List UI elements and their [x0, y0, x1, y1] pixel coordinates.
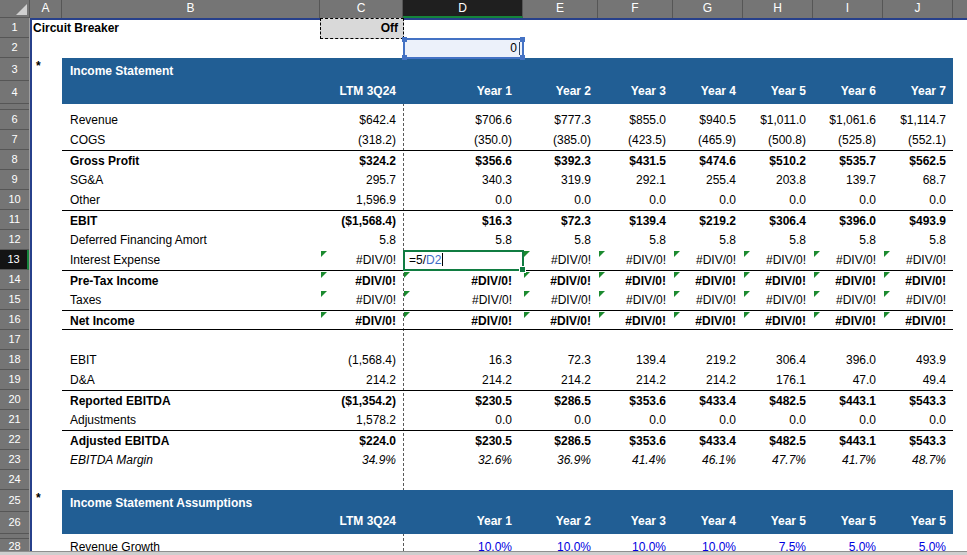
row-header-23[interactable]: 23: [0, 450, 29, 470]
cell-J22[interactable]: $543.3: [883, 431, 953, 451]
cell-G6[interactable]: $940.5: [673, 110, 743, 130]
cell-J8[interactable]: $562.5: [883, 151, 953, 171]
row-header-2[interactable]: 2: [0, 38, 29, 58]
cell-I6[interactable]: $1,061.6: [813, 110, 883, 130]
cell-G23[interactable]: 46.1%: [673, 450, 743, 470]
column-header-B[interactable]: B: [62, 0, 320, 18]
column-header-I[interactable]: I: [813, 0, 883, 18]
cell-C14[interactable]: #DIV/0!: [320, 271, 403, 291]
cell-J19[interactable]: 49.4: [883, 370, 953, 390]
cell-F16[interactable]: #DIV/0!: [598, 311, 673, 331]
row-header-20[interactable]: 20: [0, 390, 29, 410]
cell-J7[interactable]: (552.1): [883, 130, 953, 150]
year-header-3[interactable]: Year 3: [598, 511, 673, 532]
cell-B20[interactable]: Reported EBITDA: [70, 391, 171, 411]
year-header-7[interactable]: Year 7: [883, 81, 953, 102]
cell-H9[interactable]: 203.8: [743, 170, 813, 190]
cell-D22[interactable]: $230.5: [403, 431, 523, 451]
cell-J11[interactable]: $493.9: [883, 211, 953, 231]
cell-J20[interactable]: $543.3: [883, 391, 953, 411]
cell-I15[interactable]: #DIV/0!: [813, 290, 883, 310]
row-header-18[interactable]: 18: [0, 350, 29, 370]
cell-J18[interactable]: 493.9: [883, 350, 953, 370]
cell-I14[interactable]: #DIV/0!: [813, 271, 883, 291]
row-header-1[interactable]: 1: [0, 18, 29, 38]
cell-C15[interactable]: #DIV/0!: [320, 290, 403, 310]
cell-D20[interactable]: $230.5: [403, 391, 523, 411]
period-header-ltm[interactable]: LTM 3Q24: [320, 81, 403, 102]
cell-F13[interactable]: #DIV/0!: [598, 250, 673, 270]
cell-D8[interactable]: $356.6: [403, 151, 523, 171]
cell-H10[interactable]: 0.0: [743, 190, 813, 210]
row-header-7[interactable]: 7: [0, 130, 29, 150]
cell-I23[interactable]: 41.7%: [813, 450, 883, 470]
column-header-F[interactable]: F: [598, 0, 673, 18]
cell-G7[interactable]: (465.9): [673, 130, 743, 150]
cell-F22[interactable]: $353.6: [598, 431, 673, 451]
cell-J12[interactable]: 5.8: [883, 230, 953, 250]
section-income-statement[interactable]: Income Statement LTM 3Q24Year 1Year 2Yea…: [62, 58, 953, 104]
year-header-5[interactable]: Year 5: [743, 81, 813, 102]
cell-F19[interactable]: 214.2: [598, 370, 673, 390]
cell-J23[interactable]: 48.7%: [883, 450, 953, 470]
cell-D16[interactable]: #DIV/0!: [403, 311, 523, 331]
year-header-4[interactable]: Year 4: [673, 511, 743, 532]
cell-G12[interactable]: 5.8: [673, 230, 743, 250]
cell-C7[interactable]: (318.2): [320, 130, 403, 150]
cell-F23[interactable]: 41.4%: [598, 450, 673, 470]
cell-F9[interactable]: 292.1: [598, 170, 673, 190]
cell-E15[interactable]: #DIV/0!: [523, 290, 598, 310]
cell-H15[interactable]: #DIV/0!: [743, 290, 813, 310]
cell-C23[interactable]: 34.9%: [320, 450, 403, 470]
row-header-15[interactable]: 15: [0, 290, 29, 310]
cell-C8[interactable]: $324.2: [320, 151, 403, 171]
cell-I18[interactable]: 396.0: [813, 350, 883, 370]
cell-C22[interactable]: $224.0: [320, 431, 403, 451]
cell-F6[interactable]: $855.0: [598, 110, 673, 130]
cell-H22[interactable]: $482.5: [743, 431, 813, 451]
cell-F7[interactable]: (423.5): [598, 130, 673, 150]
cell-I22[interactable]: $443.1: [813, 431, 883, 451]
cell-B9[interactable]: SG&A: [70, 170, 103, 190]
cell-G10[interactable]: 0.0: [673, 190, 743, 210]
cell-J10[interactable]: 0.0: [883, 190, 953, 210]
cell-I10[interactable]: 0.0: [813, 190, 883, 210]
row-header-10[interactable]: 10: [0, 190, 29, 210]
cell-G14[interactable]: #DIV/0!: [673, 271, 743, 291]
column-header-E[interactable]: E: [523, 0, 598, 18]
cell-B7[interactable]: COGS: [70, 130, 105, 150]
cell-J9[interactable]: 68.7: [883, 170, 953, 190]
cell-B18[interactable]: EBIT: [70, 350, 97, 370]
cell-D23[interactable]: 32.6%: [403, 450, 523, 470]
column-header-D[interactable]: D: [403, 0, 523, 18]
cell-J16[interactable]: #DIV/0!: [883, 311, 953, 331]
cell-G18[interactable]: 219.2: [673, 350, 743, 370]
row-header-4[interactable]: 4: [0, 81, 29, 104]
row-header-11[interactable]: 11: [0, 210, 29, 230]
cell-D12[interactable]: 5.8: [403, 230, 523, 250]
cell-H11[interactable]: $306.4: [743, 211, 813, 231]
row-header-9[interactable]: 9: [0, 170, 29, 190]
cell-C18[interactable]: (1,568.4): [320, 350, 403, 370]
cell-J13[interactable]: #DIV/0!: [883, 250, 953, 270]
row-header-14[interactable]: 14: [0, 270, 29, 290]
period-header-ltm[interactable]: LTM 3Q24: [320, 511, 403, 532]
cell-I8[interactable]: $535.7: [813, 151, 883, 171]
cell-F12[interactable]: 5.8: [598, 230, 673, 250]
cell-F10[interactable]: 0.0: [598, 190, 673, 210]
year-header-1[interactable]: Year 1: [403, 81, 523, 102]
cell-C16[interactable]: #DIV/0!: [320, 311, 403, 331]
cell-I9[interactable]: 139.7: [813, 170, 883, 190]
selection-handle[interactable]: [402, 55, 407, 60]
cell-H19[interactable]: 176.1: [743, 370, 813, 390]
cell-E11[interactable]: $72.3: [523, 211, 598, 231]
cell-I11[interactable]: $396.0: [813, 211, 883, 231]
column-header-A[interactable]: A: [30, 0, 62, 18]
cell-H12[interactable]: 5.8: [743, 230, 813, 250]
row-header-13[interactable]: 13: [0, 250, 29, 270]
cell-G9[interactable]: 255.4: [673, 170, 743, 190]
row-header-8[interactable]: 8: [0, 150, 29, 170]
cell-H20[interactable]: $482.5: [743, 391, 813, 411]
cell-I13[interactable]: #DIV/0!: [813, 250, 883, 270]
cell-F18[interactable]: 139.4: [598, 350, 673, 370]
